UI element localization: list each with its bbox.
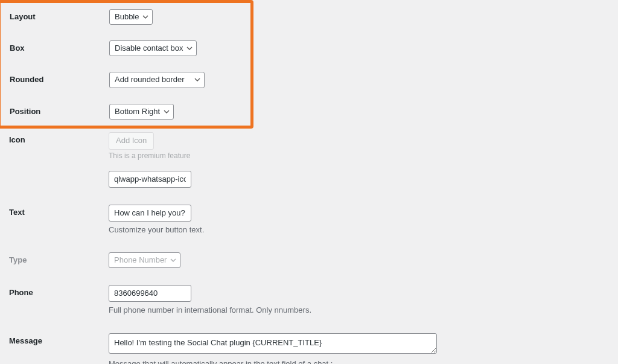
box-select-value: Disable contact box [115, 43, 183, 54]
phone-input[interactable] [109, 285, 191, 302]
chevron-down-icon [164, 109, 170, 115]
phone-description: Full phone number in international forma… [109, 305, 543, 316]
type-label: Type [0, 252, 109, 264]
layout-select-value: Bubble [115, 11, 139, 22]
premium-note: This is a premium feature [109, 152, 543, 160]
phone-label: Phone [0, 285, 109, 297]
chevron-down-icon [142, 14, 148, 20]
icon-css-input[interactable] [109, 171, 191, 188]
layout-label: Layout [1, 9, 109, 21]
message-label: Message [0, 333, 109, 345]
rounded-select-value: Add rounded border [115, 74, 185, 85]
message-description-1: Message that will automatically appear i… [109, 359, 543, 364]
layout-select[interactable]: Bubble [109, 9, 153, 25]
rounded-label: Rounded [1, 72, 109, 84]
highlighted-options-group: Layout Bubble Box Disable contact box Ro… [0, 0, 253, 129]
type-select: Phone Number [109, 252, 180, 268]
button-text-input[interactable] [109, 205, 191, 222]
box-select[interactable]: Disable contact box [109, 40, 197, 56]
rounded-select[interactable]: Add rounded border [109, 72, 205, 88]
icon-label: Icon [0, 132, 109, 144]
chevron-down-icon [194, 77, 200, 83]
chevron-down-icon [186, 45, 193, 51]
type-select-value: Phone Number [114, 255, 167, 266]
box-label: Box [1, 40, 109, 53]
position-select[interactable]: Bottom Right [109, 104, 174, 120]
position-label: Position [1, 104, 109, 116]
chevron-down-icon [170, 257, 176, 263]
add-icon-button: Add Icon [109, 132, 154, 150]
position-select-value: Bottom Right [115, 106, 160, 117]
message-textarea[interactable] [109, 333, 437, 354]
text-label: Text [0, 205, 109, 217]
text-description: Customize your button text. [109, 225, 543, 235]
